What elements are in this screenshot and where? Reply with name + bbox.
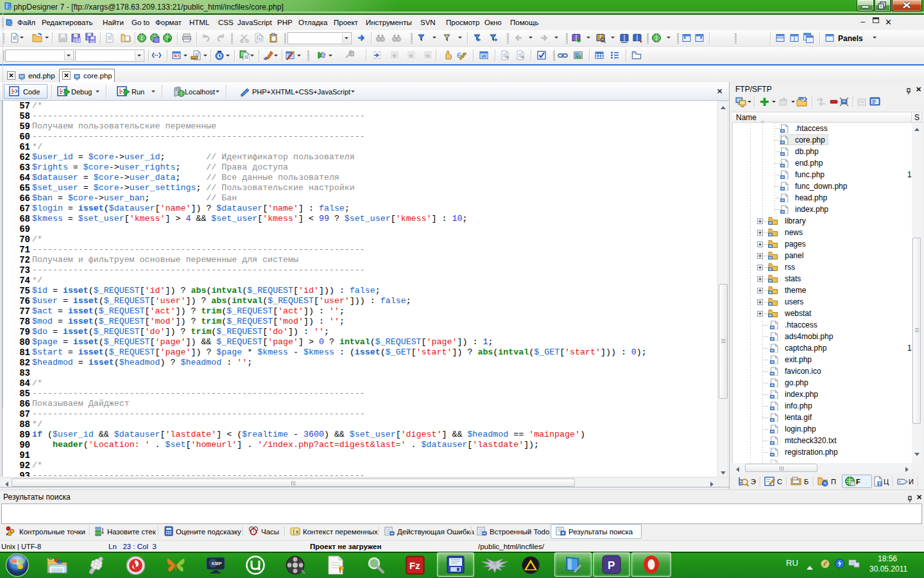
svg-text:KMP: KMP [212, 561, 222, 566]
svg-text:P: P [608, 559, 615, 572]
svg-text:Fz: Fz [409, 560, 420, 571]
svg-text:(x): (x) [292, 529, 300, 535]
